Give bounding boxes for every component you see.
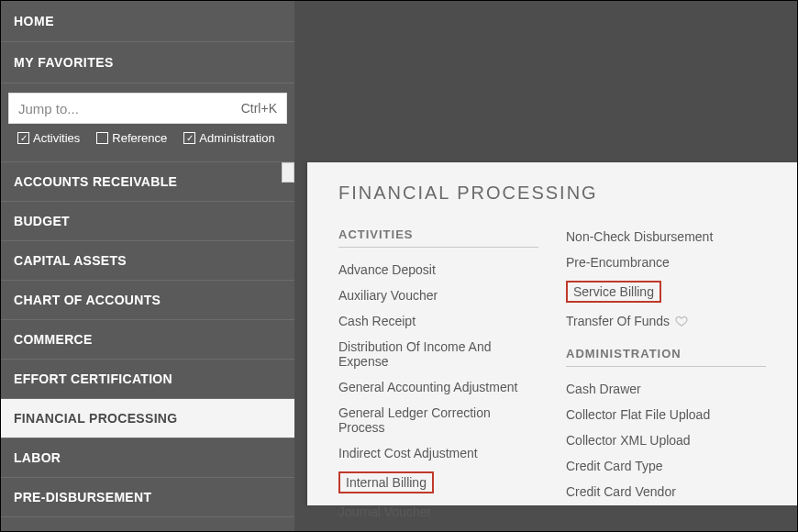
search-filters: Activities Reference Administration	[8, 124, 287, 154]
link-auxiliary-voucher[interactable]: Auxiliary Voucher	[338, 283, 538, 308]
search-wrap: Jump to... Ctrl+K Activities Reference A…	[1, 83, 294, 162]
module-list: ACCOUNTS RECEIVABLE BUDGET CAPITAL ASSET…	[1, 162, 294, 532]
top-nav: HOME MY FAVORITES	[1, 1, 294, 83]
link-advance-deposit[interactable]: Advance Deposit	[338, 257, 538, 283]
link-credit-card-vendor[interactable]: Credit Card Vendor	[566, 479, 766, 504]
link-pre-encumbrance[interactable]: Pre-Encumbrance	[566, 249, 766, 275]
link-collector-xml-upload[interactable]: Collector XML Upload	[566, 427, 766, 453]
detail-panel: FINANCIAL PROCESSING ACTIVITIES Advance …	[307, 162, 797, 505]
nav-home[interactable]: HOME	[1, 1, 294, 42]
section-administration: ADMINISTRATION	[566, 347, 766, 367]
module-capital-assets[interactable]: CAPITAL ASSETS	[1, 241, 294, 281]
module-labor[interactable]: LABOR	[1, 438, 294, 478]
filter-label: Activities	[33, 131, 80, 145]
module-financial-processing[interactable]: FINANCIAL PROCESSING	[1, 399, 294, 438]
checkbox-icon	[183, 132, 195, 144]
module-pre-disbursement[interactable]: PRE-DISBURSEMENT	[1, 478, 294, 517]
filter-label: Reference	[112, 131, 167, 145]
search-shortcut: Ctrl+K	[241, 101, 277, 116]
heart-icon[interactable]	[675, 315, 688, 327]
content-area: FINANCIAL PROCESSING ACTIVITIES Advance …	[294, 1, 797, 531]
filter-activities[interactable]: Activities	[17, 131, 80, 145]
link-cash-drawer[interactable]: Cash Drawer	[566, 376, 766, 402]
link-cash-receipt[interactable]: Cash Receipt	[338, 308, 538, 334]
app-frame: HOME MY FAVORITES Jump to... Ctrl+K Acti…	[0, 0, 798, 532]
link-collector-flat-file-upload[interactable]: Collector Flat File Upload	[566, 402, 766, 427]
link-general-ledger-correction[interactable]: General Ledger Correction Process	[338, 400, 538, 440]
link-non-check-disbursement[interactable]: Non-Check Disbursement	[566, 224, 766, 249]
filter-reference[interactable]: Reference	[96, 131, 167, 145]
panel-title: FINANCIAL PROCESSING	[338, 183, 766, 204]
link-credit-card-type[interactable]: Credit Card Type	[566, 453, 766, 479]
activities-list-cont: Non-Check Disbursement Pre-Encumbrance S…	[566, 224, 766, 334]
module-accounts-receivable[interactable]: ACCOUNTS RECEIVABLE	[1, 162, 294, 202]
activities-list: Advance Deposit Auxiliary Voucher Cash R…	[338, 257, 538, 525]
checkbox-icon	[17, 132, 29, 144]
module-purchasing-accounts-payables[interactable]: PURCHASING ACCOUNTS PAYABLES	[1, 517, 294, 532]
filter-label: Administration	[199, 131, 274, 145]
search-placeholder: Jump to...	[18, 101, 79, 116]
link-general-accounting-adjustment[interactable]: General Accounting Adjustment	[338, 374, 538, 400]
link-service-billing[interactable]: Service Billing	[566, 275, 766, 308]
filter-administration[interactable]: Administration	[183, 131, 274, 145]
module-commerce[interactable]: COMMERCE	[1, 320, 294, 360]
link-transfer-of-funds[interactable]: Transfer Of Funds	[566, 308, 766, 334]
module-chart-of-accounts[interactable]: CHART OF ACCOUNTS	[1, 281, 294, 320]
panel-columns: ACTIVITIES Advance Deposit Auxiliary Vou…	[338, 224, 766, 525]
section-activities: ACTIVITIES	[338, 227, 538, 248]
link-distribution-income-expense[interactable]: Distribution Of Income And Expense	[338, 334, 538, 374]
link-indirect-cost-adjustment[interactable]: Indirect Cost Adjustment	[338, 440, 538, 466]
administration-list: Cash Drawer Collector Flat File Upload C…	[566, 376, 766, 504]
module-budget[interactable]: BUDGET	[1, 202, 294, 241]
link-internal-billing[interactable]: Internal Billing	[338, 466, 538, 499]
nav-my-favorites[interactable]: MY FAVORITES	[1, 42, 294, 83]
scrollbar-thumb[interactable]	[282, 162, 294, 183]
module-effort-certification[interactable]: EFFORT CERTIFICATION	[1, 360, 294, 399]
sidebar: HOME MY FAVORITES Jump to... Ctrl+K Acti…	[1, 1, 294, 531]
checkbox-icon	[96, 132, 108, 144]
jump-to-input[interactable]: Jump to... Ctrl+K	[8, 93, 287, 124]
panel-col-left: ACTIVITIES Advance Deposit Auxiliary Vou…	[338, 224, 538, 525]
link-journal-voucher[interactable]: Journal Voucher	[338, 499, 538, 525]
panel-col-right: Non-Check Disbursement Pre-Encumbrance S…	[566, 224, 766, 525]
